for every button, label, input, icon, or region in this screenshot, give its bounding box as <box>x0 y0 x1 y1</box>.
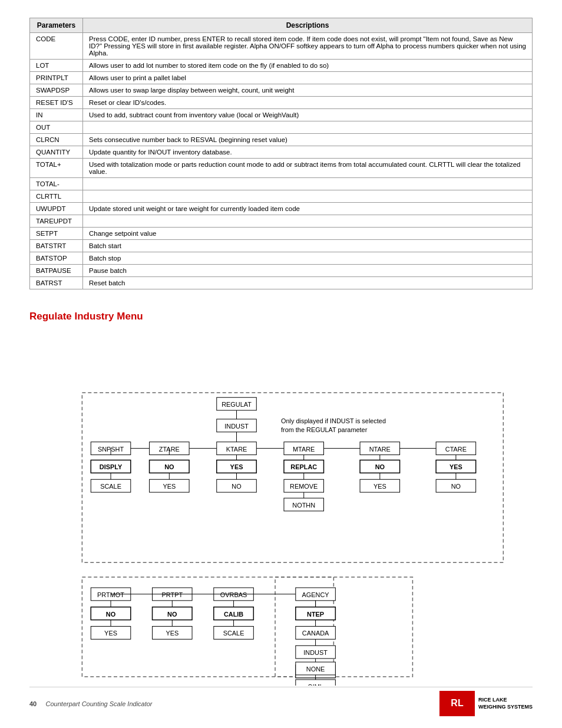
col-header-descriptions: Descriptions <box>83 18 533 33</box>
node-ktare: KTARE <box>226 446 247 453</box>
node-yes1: YES <box>230 463 243 470</box>
node-calib: CALIB <box>224 611 243 618</box>
footer-left: 40 Counterpart Counting Scale Indicator <box>29 700 153 707</box>
table-desc-cell: Pause batch <box>83 265 533 277</box>
table-desc-cell: Reset or clear ID's/codes. <box>83 97 533 109</box>
node-yes4: YES <box>373 483 386 490</box>
node-no2: NO <box>375 463 385 470</box>
table-param-cell: UWUPDT <box>30 203 83 215</box>
table-param-cell: BATPAUSE <box>30 265 83 277</box>
table-desc-cell: Sets consecutive number back to RESVAL (… <box>83 134 533 146</box>
table-desc-cell: Batch start <box>83 240 533 252</box>
table-desc-cell: Change setpoint value <box>83 228 533 240</box>
node-indust: INDUST <box>224 423 249 430</box>
node-ovrbas: OVRBAS <box>220 591 247 598</box>
node-prtpt: PRTPT <box>162 591 183 598</box>
table-param-cell: BATRST <box>30 277 83 289</box>
node-disply: DISPLY <box>100 463 123 470</box>
node-canada: CANADA <box>302 630 329 637</box>
table-desc-cell: Allows user to swap large display betwee… <box>83 84 533 97</box>
table-desc-cell: Batch stop <box>83 252 533 265</box>
node-mtare: MTARE <box>293 446 315 453</box>
table-param-cell: OUT <box>30 121 83 134</box>
node-ctare: CTARE <box>445 446 467 453</box>
table-param-cell: BATSTRT <box>30 240 83 252</box>
table-desc-cell: Press CODE, enter ID number, press ENTER… <box>83 33 533 60</box>
table-param-cell: SETPT <box>30 228 83 240</box>
table-desc-cell: Used with totalization mode or parts red… <box>83 159 533 178</box>
table-desc-cell: Allows user to print a pallet label <box>83 72 533 84</box>
logo-text: RICE LAKE WEIGHING SYSTEMS <box>478 697 533 710</box>
node-oiml: OIML <box>308 683 323 686</box>
table-param-cell: PRINTPLT <box>30 72 83 84</box>
node-ntep: NTEP <box>307 611 324 618</box>
node-regulat: REGULAT <box>222 401 252 408</box>
node-replac: REPLAC <box>290 463 317 470</box>
table-param-cell: CODE <box>30 33 83 60</box>
parameters-table: Parameters Descriptions CODEPress CODE, … <box>29 18 533 289</box>
node-no6: NO <box>167 611 177 618</box>
node-indust2: INDUST <box>303 649 328 656</box>
node-remove: REMOVE <box>290 483 318 490</box>
node-indust-note2: from the REGULAT parameter <box>281 426 368 433</box>
logo-icon: RL <box>439 691 475 716</box>
node-yes5: YES <box>104 630 117 637</box>
node-no4: NO <box>451 483 461 490</box>
node-prtmot: PRTMOT <box>97 591 124 598</box>
table-desc-cell <box>83 178 533 190</box>
table-desc-cell: Allows user to add lot number to stored … <box>83 60 533 72</box>
node-indust-note: Only displayed if INDUST is selected <box>281 417 386 424</box>
node-yes6: YES <box>166 630 178 637</box>
node-scale2: SCALE <box>223 630 244 637</box>
node-nothn: NOTHN <box>292 502 315 509</box>
doc-title: Counterpart Counting Scale Indicator <box>46 700 153 707</box>
page-number: 40 <box>29 700 37 707</box>
node-no1: NO <box>164 463 174 470</box>
table-desc-cell <box>83 190 533 203</box>
table-desc-cell <box>83 215 533 228</box>
table-param-cell: LOT <box>30 60 83 72</box>
svg-text:RL: RL <box>451 698 464 708</box>
table-param-cell: QUANTITY <box>30 146 83 159</box>
page-footer: 40 Counterpart Counting Scale Indicator … <box>29 687 533 716</box>
node-yes3: YES <box>163 483 176 490</box>
table-param-cell: CLRTTL <box>30 190 83 203</box>
table-desc-cell: Reset batch <box>83 277 533 289</box>
node-yes2: YES <box>449 463 462 470</box>
table-desc-cell: Update stored unit weight or tare weight… <box>83 203 533 215</box>
node-none2: NONE <box>306 666 325 673</box>
table-param-cell: TOTAL+ <box>30 159 83 178</box>
table-param-cell: RESET ID'S <box>30 97 83 109</box>
table-param-cell: TAREUPDT <box>30 215 83 228</box>
node-scale1: SCALE <box>100 483 121 490</box>
table-param-cell: TOTAL- <box>30 178 83 190</box>
table-param-cell: BATSTOP <box>30 252 83 265</box>
table-desc-cell: Update quantity for IN/OUT inventory dat… <box>83 146 533 159</box>
table-param-cell: IN <box>30 109 83 121</box>
table-desc-cell: Used to add, subtract count from invento… <box>83 109 533 121</box>
col-header-parameters: Parameters <box>30 18 83 33</box>
rice-lake-logo: RL RICE LAKE WEIGHING SYSTEMS <box>439 691 533 716</box>
node-no3: NO <box>232 483 241 490</box>
node-no5: NO <box>106 611 116 618</box>
regulate-industry-diagram: REGULAT INDUST Only displayed if INDUST … <box>29 334 533 686</box>
section-title: Regulate Industry Menu <box>29 311 533 322</box>
diagram-container: REGULAT INDUST Only displayed if INDUST … <box>29 334 533 686</box>
footer-right: RL RICE LAKE WEIGHING SYSTEMS <box>439 691 533 716</box>
table-param-cell: SWAPDSP <box>30 84 83 97</box>
node-ntare: NTARE <box>369 446 391 453</box>
table-desc-cell <box>83 121 533 134</box>
node-agency: AGENCY <box>302 591 330 598</box>
table-param-cell: CLRCN <box>30 134 83 146</box>
